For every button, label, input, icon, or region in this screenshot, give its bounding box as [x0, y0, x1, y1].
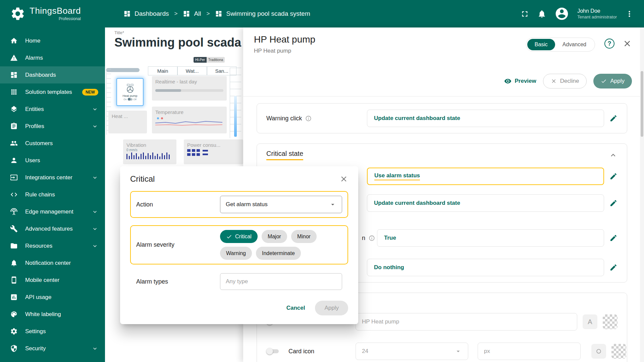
card-icon-toggle[interactable]: [266, 348, 280, 355]
sidebar-item-advanced-features[interactable]: Advanced features: [0, 220, 105, 237]
dialog-apply-button[interactable]: Apply: [315, 301, 348, 315]
alarm-types-input[interactable]: [220, 273, 342, 290]
indication-true-value[interactable]: True: [377, 229, 604, 247]
tabs-scroll-thumb[interactable]: [106, 68, 140, 72]
sidebar-item-label: White labeling: [25, 311, 61, 318]
dashboards-icon: [215, 10, 222, 17]
sidebar-item-integrations-center[interactable]: Integrations center: [0, 169, 105, 186]
decline-button[interactable]: Decline: [543, 74, 587, 88]
power-consumption-widget[interactable]: Power consu...: [184, 139, 243, 164]
temperature-sparkline: [155, 115, 222, 126]
icon-size-unit-select[interactable]: px: [478, 343, 581, 360]
notifications-bell-icon[interactable]: [537, 9, 546, 18]
tab-water[interactable]: Wat...: [177, 66, 207, 75]
drawer-header: HP Heat pump HP Heat pump Basic Advanced…: [243, 27, 644, 66]
sidebar-item-edge-management[interactable]: Edge management: [0, 203, 105, 220]
tab-main[interactable]: Main: [148, 66, 177, 75]
apps-grid-icon: [10, 88, 18, 96]
sidebar-item-alarms[interactable]: Alarms: [0, 49, 105, 66]
drawer-scrollbar-thumb[interactable]: [641, 71, 643, 137]
chip-light-label: Traditiona: [207, 57, 225, 63]
warning-click-card: Warning click Update current dashboard s…: [257, 103, 627, 133]
icon-color-swatch[interactable]: [611, 344, 626, 359]
dialog-title: Critical: [130, 174, 155, 184]
brand-subtitle: Professional: [30, 16, 81, 21]
severity-chip-major[interactable]: Major: [262, 230, 287, 243]
vibration-widget[interactable]: Vibration 0 mm/s: [123, 139, 176, 164]
new-badge: NEW: [82, 89, 98, 96]
widget-title-input-box[interactable]: [356, 313, 577, 330]
breadcrumb: Dashboards > All > Swimming pool scada s…: [123, 10, 310, 17]
sidebar-item-solution-templates[interactable]: Solution templates NEW: [0, 83, 105, 101]
edit-pencil-icon[interactable]: [609, 114, 618, 122]
sidebar-item-home[interactable]: Home: [0, 32, 105, 49]
chevron-down-icon: [454, 348, 462, 355]
temperature-widget[interactable]: Temperature: [152, 107, 227, 133]
action-select[interactable]: Get alarm status: [220, 196, 342, 213]
mode-advanced-button[interactable]: Advanced: [555, 39, 594, 50]
edit-pencil-icon[interactable]: [609, 199, 618, 207]
sidebar-item-entities[interactable]: Entities: [0, 101, 105, 118]
icon-size-select[interactable]: [356, 343, 468, 360]
chevron-down-icon: [92, 243, 98, 249]
edit-pencil-icon[interactable]: [609, 172, 618, 180]
dashboard-state-tabs: Main Wat... San...: [148, 66, 236, 75]
icon-picker-button[interactable]: [591, 344, 606, 359]
sidebar-item-resources[interactable]: Resources: [0, 237, 105, 254]
power-bars: [187, 148, 237, 156]
breadcrumb-label: Swimming pool scada system: [226, 10, 310, 17]
heat-pump-on-off-toggle[interactable]: On Off: [123, 98, 137, 101]
brand[interactable]: ThingsBoard Professional: [10, 6, 108, 21]
icon-size-input[interactable]: [362, 348, 454, 355]
mode-basic-button[interactable]: Basic: [527, 39, 555, 50]
sidebar-item-security[interactable]: Security: [0, 340, 105, 357]
severity-chip-indeterminate[interactable]: Indeterminate: [256, 247, 301, 260]
bell-icon: [10, 259, 18, 267]
cancel-button[interactable]: Cancel: [286, 305, 305, 311]
severity-chip-minor[interactable]: Minor: [291, 230, 317, 243]
apply-label: Apply: [610, 78, 625, 84]
breadcrumb-all[interactable]: All: [183, 10, 201, 17]
update-dashboard-state-value[interactable]: Update current dashboard state: [367, 194, 604, 212]
sidebar-item-mobile-center[interactable]: Mobile center: [0, 272, 105, 289]
breadcrumb-dashboards[interactable]: Dashboards: [123, 10, 169, 17]
kebab-menu-icon[interactable]: [625, 9, 634, 18]
avatar[interactable]: [554, 6, 569, 21]
warning-click-action-value[interactable]: Update current dashboard state: [367, 110, 604, 127]
sidebar-item-notification-center[interactable]: Notification center: [0, 254, 105, 272]
fullscreen-icon[interactable]: [520, 9, 529, 18]
sidebar-item-label: Solution templates: [25, 89, 72, 96]
sidebar-item-api-usage[interactable]: API usage: [0, 289, 105, 306]
use-alarm-status-value[interactable]: Use alarm status: [367, 168, 604, 185]
severity-chip-critical[interactable]: Critical: [220, 230, 258, 243]
heat-pump-widget-selected[interactable]: Heat pump On Off: [116, 78, 144, 106]
dashboards-icon: [183, 10, 190, 17]
sidebar-item-rule-chains[interactable]: Rule chains: [0, 186, 105, 203]
severity-chip-warning[interactable]: Warning: [220, 247, 252, 260]
edit-pencil-icon[interactable]: [609, 263, 618, 272]
close-icon[interactable]: [339, 175, 348, 183]
help-button[interactable]: ?: [604, 39, 614, 49]
preview-button[interactable]: Preview: [504, 77, 536, 85]
sidebar-item-dashboards[interactable]: Dashboards: [0, 66, 105, 83]
heat-widget[interactable]: Heat ...: [108, 111, 147, 133]
drawer-toolbar: Preview Decline Apply: [243, 66, 644, 97]
dashboard-title-input[interactable]: Swimming pool scada: [114, 36, 241, 50]
sidebar-item-white-labeling[interactable]: White labeling: [0, 306, 105, 323]
apply-button[interactable]: Apply: [593, 74, 632, 88]
sidebar-item-profiles[interactable]: Profiles: [0, 118, 105, 135]
edit-pencil-icon[interactable]: [609, 234, 618, 242]
sidebar-item-settings[interactable]: Settings: [0, 323, 105, 340]
title-color-swatch[interactable]: [603, 314, 618, 329]
dashboards-icon: [123, 10, 131, 17]
sidebar-item-customers[interactable]: Customers: [0, 135, 105, 152]
title-font-button[interactable]: A: [583, 314, 597, 329]
do-nothing-value[interactable]: Do nothing: [367, 259, 604, 276]
sidebar-item-users[interactable]: Users: [0, 152, 105, 169]
widget-title: Power consu...: [187, 142, 220, 148]
widget-title-input[interactable]: [362, 318, 571, 325]
realtime-widget[interactable]: Realtime - last day: [152, 76, 227, 101]
chevron-up-icon[interactable]: [609, 151, 618, 160]
breadcrumb-current-dashboard[interactable]: Swimming pool scada system: [215, 10, 310, 17]
close-icon[interactable]: [623, 39, 632, 48]
